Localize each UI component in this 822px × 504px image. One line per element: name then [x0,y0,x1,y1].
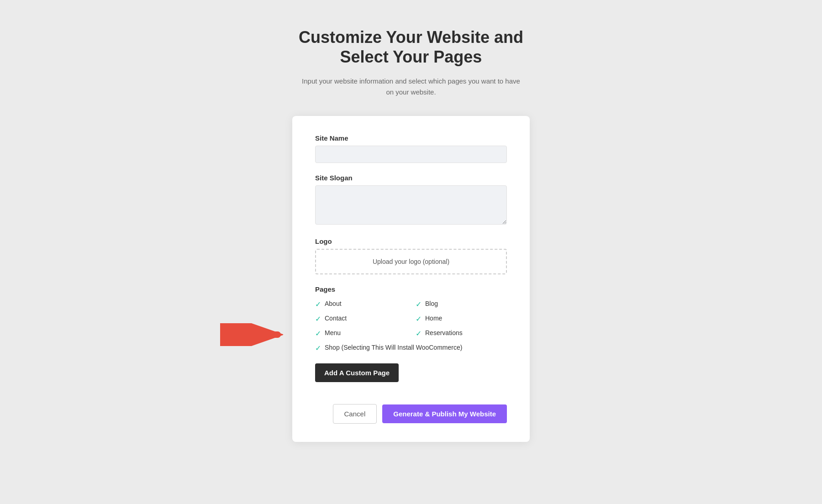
check-icon-contact: ✓ [315,315,321,323]
logo-upload-area[interactable]: Upload your logo (optional) [315,249,507,274]
page-name-shop: Shop (Selecting This Will Install WooCom… [325,343,462,352]
generate-publish-button[interactable]: Generate & Publish My Website [382,404,507,423]
site-slogan-field-group: Site Slogan [315,174,507,226]
form-card: Site Name Site Slogan Logo Upload your l… [292,116,530,442]
check-icon-home: ✓ [416,315,422,323]
check-icon-blog: ✓ [416,300,422,309]
form-actions: Cancel Generate & Publish My Website [315,404,507,424]
logo-field-group: Logo Upload your logo (optional) [315,237,507,274]
page-item-shop[interactable]: ✓ Shop (Selecting This Will Install WooC… [315,343,507,352]
page-item-about[interactable]: ✓ About [315,299,406,309]
page-name-menu: Menu [325,329,341,338]
site-slogan-label: Site Slogan [315,174,507,182]
page-title: Customize Your Website and Select Your P… [299,27,523,67]
check-icon-shop: ✓ [315,344,321,352]
check-icon-menu: ✓ [315,329,321,338]
page-name-reservations: Reservations [425,329,463,338]
title-line2: Select Your Pages [340,47,482,66]
page-name-home: Home [425,314,442,323]
site-name-label: Site Name [315,134,507,142]
page-item-contact[interactable]: ✓ Contact [315,314,406,323]
site-name-field-group: Site Name [315,134,507,163]
check-icon-about: ✓ [315,300,321,309]
title-line1: Customize Your Website and [299,28,523,47]
page-name-contact: Contact [325,314,347,323]
site-name-input[interactable] [315,146,507,163]
pages-grid: ✓ About ✓ Blog ✓ Contact ✓ Home ✓ Menu [315,299,507,352]
site-slogan-input[interactable] [315,185,507,225]
logo-upload-text: Upload your logo (optional) [373,258,449,265]
page-name-blog: Blog [425,299,438,309]
arrow-annotation [219,323,283,346]
cancel-button[interactable]: Cancel [333,404,377,424]
page-name-about: About [325,299,342,309]
pages-label: Pages [315,285,507,293]
page-item-menu[interactable]: ✓ Menu [315,329,406,338]
pages-field-group: Pages ✓ About ✓ Blog ✓ Contact ✓ Home [315,285,507,352]
page-item-blog[interactable]: ✓ Blog [416,299,507,309]
check-icon-reservations: ✓ [416,329,422,338]
add-custom-page-container: Add A Custom Page [315,363,507,393]
add-custom-page-button[interactable]: Add A Custom Page [315,363,399,382]
logo-label: Logo [315,237,507,245]
page-subtitle: Input your website information and selec… [301,76,521,98]
page-item-home[interactable]: ✓ Home [416,314,507,323]
page-item-reservations[interactable]: ✓ Reservations [416,329,507,338]
